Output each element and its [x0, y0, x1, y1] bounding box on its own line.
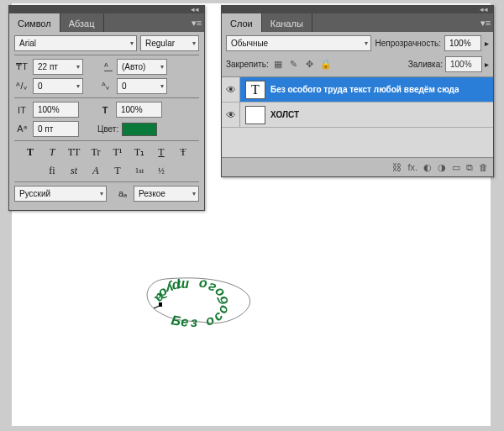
layers-panel: ◂◂ Слои Каналы ▾≡ Обычные▾ Непрозрачност…	[221, 5, 494, 177]
tracking-icon: ᴬᵥ	[98, 79, 113, 94]
collapse-icon[interactable]: ◂◂	[191, 7, 199, 13]
svg-text:е: е	[181, 314, 189, 329]
subscript-button[interactable]: T₁	[130, 145, 149, 160]
lock-pixels-icon[interactable]: ✎	[287, 59, 301, 71]
antialias-icon: aₐ	[115, 187, 130, 202]
lock-transparency-icon[interactable]: ▦	[271, 59, 285, 71]
color-label: Цвет:	[97, 124, 118, 134]
tab-channels[interactable]: Каналы	[262, 13, 312, 32]
layer-row[interactable]: 👁 T Без особого труда текст любой введём…	[222, 77, 493, 102]
lock-all-icon[interactable]: 🔒	[319, 59, 333, 71]
leading-icon: ᴬ͟	[98, 60, 113, 75]
chevron-down-icon: ▾	[100, 190, 103, 197]
faux-italic-button[interactable]: T	[43, 145, 61, 160]
opentype-row: fi st A T 1st ½	[14, 163, 199, 178]
chevron-down-icon: ▾	[76, 63, 80, 71]
collapse-icon[interactable]: ◂◂	[480, 7, 488, 13]
hscale-icon: T	[97, 102, 113, 118]
chevron-down-icon: ▾	[365, 39, 368, 47]
svg-text:з: з	[191, 315, 198, 329]
font-size-icon: ₸T	[14, 60, 29, 75]
opacity-flyout-icon[interactable]: ▸	[485, 39, 489, 48]
leading-input[interactable]: (Авто)▾	[117, 59, 167, 75]
antialias-select[interactable]: Резкое▾	[134, 186, 199, 202]
faux-bold-button[interactable]: T	[21, 145, 39, 160]
vscale-input[interactable]: 100%	[33, 102, 79, 118]
fractions-button[interactable]: ½	[152, 163, 171, 178]
text-color-swatch[interactable]	[122, 123, 157, 136]
strikethrough-button[interactable]: Ŧ	[174, 145, 192, 160]
font-size-input[interactable]: 22 пт▾	[33, 59, 83, 75]
hscale-input[interactable]: 100%	[116, 102, 162, 118]
baseline-input[interactable]: 0 пт	[33, 121, 79, 137]
panel-drag-bar[interactable]: ◂◂	[9, 6, 204, 13]
type-style-row: T T TT Tr T¹ T₁ T Ŧ	[14, 145, 199, 160]
smallcaps-button[interactable]: Tr	[87, 145, 105, 160]
ligature-button[interactable]: fi	[43, 163, 61, 178]
opacity-label: Непрозрачность:	[375, 39, 441, 48]
font-style-select[interactable]: Regular▾	[140, 35, 199, 51]
panel-menu-icon[interactable]: ▾≡	[478, 13, 493, 32]
superscript-button[interactable]: T¹	[108, 145, 127, 160]
char-panel-tabs: Символ Абзац ▾≡	[9, 13, 204, 32]
text-on-path: Б е з о с о б о г о т р у д а	[140, 264, 283, 339]
fill-flyout-icon[interactable]: ▸	[485, 60, 489, 69]
ordinals-button[interactable]: 1st	[130, 163, 149, 178]
titling-button[interactable]: T	[108, 163, 127, 178]
fill-label: Заливка:	[408, 60, 443, 69]
layer-thumbnail[interactable]: T	[245, 81, 265, 99]
chevron-down-icon: ▾	[192, 39, 196, 47]
layer-name[interactable]: Без особого труда текст любой введём сюд…	[270, 85, 459, 94]
chevron-down-icon: ▾	[192, 190, 196, 197]
layer-thumbnail[interactable]	[245, 106, 265, 124]
vscale-icon: IT	[14, 102, 29, 118]
panel-menu-icon[interactable]: ▾≡	[189, 13, 204, 32]
tracking-input[interactable]: 0▾	[117, 78, 167, 94]
visibility-toggle-icon[interactable]: 👁	[222, 77, 240, 102]
kerning-icon: ᴬ/ᵥ	[14, 79, 29, 94]
new-layer-icon[interactable]: ⧉	[466, 162, 473, 173]
chevron-down-icon: ▾	[76, 82, 80, 90]
adjustment-layer-icon[interactable]: ◑	[438, 162, 446, 173]
baseline-icon: Aᵃ	[14, 122, 29, 137]
tab-paragraph[interactable]: Абзац	[60, 13, 104, 32]
lock-position-icon[interactable]: ✥	[303, 59, 317, 71]
layer-fx-icon[interactable]: fx.	[407, 162, 417, 172]
allcaps-button[interactable]: TT	[65, 145, 83, 160]
font-family-select[interactable]: Arial▾	[14, 35, 137, 51]
chevron-down-icon: ▾	[160, 63, 164, 71]
layers-panel-tabs: Слои Каналы ▾≡	[222, 13, 493, 32]
tab-layers[interactable]: Слои	[222, 13, 262, 32]
delete-layer-icon[interactable]: 🗑	[479, 162, 488, 172]
panel-drag-bar[interactable]: ◂◂	[222, 6, 493, 13]
blend-mode-select[interactable]: Обычные▾	[226, 35, 371, 51]
layer-name[interactable]: ХОЛСТ	[270, 110, 299, 119]
swash-button[interactable]: A	[87, 163, 105, 178]
tab-character[interactable]: Символ	[9, 13, 60, 32]
layer-list: 👁 T Без особого труда текст любой введём…	[222, 76, 493, 158]
kerning-input[interactable]: 0▾	[33, 78, 83, 94]
svg-text:о: о	[198, 277, 207, 292]
chevron-down-icon: ▾	[160, 82, 164, 90]
visibility-toggle-icon[interactable]: 👁	[222, 102, 240, 127]
discretionary-button[interactable]: st	[65, 163, 83, 178]
underline-button[interactable]: T	[152, 145, 171, 160]
language-select[interactable]: Русский▾	[14, 186, 107, 202]
layer-group-icon[interactable]: ▭	[452, 162, 460, 173]
character-panel: ◂◂ Символ Абзац ▾≡ Arial▾ Regular▾ ₸T 22…	[8, 5, 205, 211]
layer-row[interactable]: 👁 ХОЛСТ	[222, 102, 493, 128]
chevron-down-icon: ▾	[130, 39, 134, 47]
opacity-input[interactable]: 100%	[444, 35, 481, 51]
link-layers-icon[interactable]: ⛓	[392, 162, 402, 172]
layers-footer: ⛓ fx. ◐ ◑ ▭ ⧉ 🗑	[222, 158, 493, 176]
layer-mask-icon[interactable]: ◐	[423, 162, 432, 173]
lock-label: Закрепить:	[226, 60, 269, 69]
fill-input[interactable]: 100%	[445, 56, 482, 72]
